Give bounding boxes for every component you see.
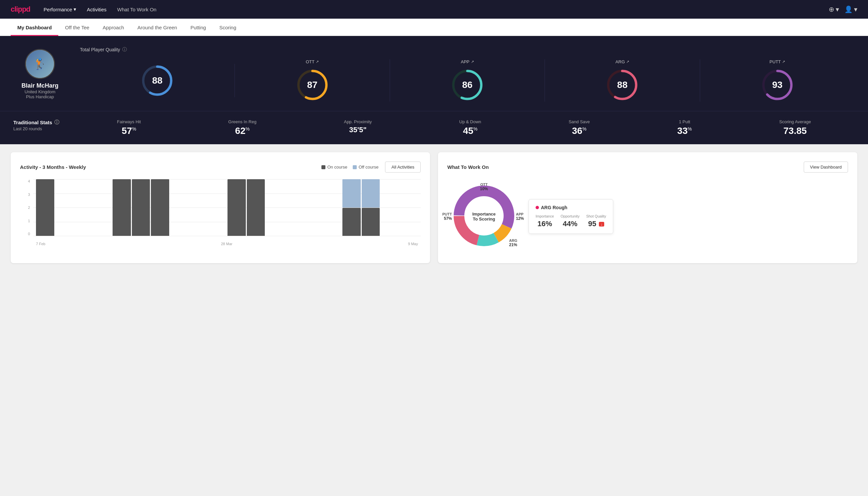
avatar: 🏌️ [25,49,55,79]
bar-on-course[interactable] [362,208,380,236]
nav-what-to-work-on[interactable]: What To Work On [117,7,157,12]
player-section: 🏌️ Blair McHarg United Kingdom Plus Hand… [13,49,67,99]
bar-group-3 [94,179,112,236]
what-card-inner: Importance To Scoring OTT 10% APP 12% AR… [447,179,848,254]
stat-scoring-average: Scoring Average 73.85 [779,119,811,136]
bar-group-6 [151,179,169,236]
metric-importance: Importance 16% [536,214,554,228]
bar-on-course[interactable] [227,179,246,236]
bar-empty [381,235,399,236]
view-dashboard-button[interactable]: View Dashboard [804,161,848,173]
stat-app-proximity: App. Proximity 35'5" [344,119,372,136]
plus-circle-icon: ⊕ [829,5,834,13]
tab-off-the-tee[interactable]: Off the Tee [58,19,96,36]
arg-arrow-icon: ↗ [626,60,629,64]
app-label: APP 12% [516,212,524,221]
bar-group-11 [247,179,265,236]
bottom-section: Activity - 3 Months - Weekly On course O… [0,144,868,271]
bar-empty [208,235,227,236]
bar-group-18 [381,179,399,236]
hero-section: 🏌️ Blair McHarg United Kingdom Plus Hand… [0,36,868,111]
bar-group-9 [208,179,227,236]
gauge-ott-value: 87 [307,80,317,90]
add-button[interactable]: ⊕ ▾ [829,5,839,13]
stat-greens-in-reg: Greens In Reg 62% [228,119,256,136]
bar-on-course[interactable] [36,179,54,236]
bar-empty [189,235,207,236]
bar-empty [170,235,189,236]
user-icon: 👤 [845,5,853,13]
bar-group-10 [227,179,246,236]
highlight-card: ARG Rough Importance 16% Opportunity 44%… [528,199,613,234]
ott-tag: OTT ↗ [306,59,319,64]
bar-on-course[interactable] [151,179,169,236]
bar-off-course[interactable] [362,179,380,207]
what-card-title: What To Work On [447,164,489,170]
stat-up-down: Up & Down 45% [459,119,481,136]
putt-arrow-icon: ↗ [782,60,785,64]
info-icon[interactable]: ⓘ [122,47,127,52]
what-card-header: What To Work On View Dashboard [447,161,848,173]
tab-putting[interactable]: Putting [184,19,213,36]
user-chevron-icon: ▾ [854,5,857,13]
bar-on-course[interactable] [247,179,265,236]
chart-xlabels: 7 Feb 28 Mar 9 May [33,242,421,246]
gauge-app-value: 86 [462,80,472,90]
legend-off-course: Off course [353,165,379,170]
gauge-total-value: 88 [152,75,162,86]
chart-ylabels: 4 3 2 1 0 [20,179,32,236]
bar-on-course[interactable] [113,179,131,236]
gauge-total: 88 [141,64,174,97]
nav-activities[interactable]: Activities [87,7,107,12]
player-country: United Kingdom [25,89,56,94]
tab-scoring[interactable]: Scoring [212,19,243,36]
bar-empty [400,235,419,236]
quality-putt: PUTT ↗ 93 [700,59,855,102]
stat-label-section: Traditional Stats ⓘ Last 20 rounds [13,119,73,131]
stats-subtitle: Last 20 rounds [13,126,73,131]
shot-quality-badge: ↓ [599,222,604,227]
stats-title: Traditional Stats ⓘ [13,119,73,126]
quality-total: 88 [80,64,235,97]
user-menu[interactable]: 👤 ▾ [845,5,857,13]
quality-circles: 88 OTT ↗ 87 [80,59,855,102]
nav-left: clippd Performance ▾ Activities What To … [11,5,157,14]
app-logo[interactable]: clippd [11,5,30,14]
stats-info-icon[interactable]: ⓘ [54,119,59,126]
off-course-dot [353,165,357,169]
bar-group-12 [266,179,284,236]
donut-chart-wrap: Importance To Scoring OTT 10% APP 12% AR… [447,179,521,254]
all-activities-button[interactable]: All Activities [385,161,421,173]
tab-my-dashboard[interactable]: My Dashboard [11,19,58,36]
quality-app: APP ↗ 86 [390,59,545,102]
metric-shot-quality: Shot Quality 95 ↓ [586,214,606,228]
bar-group-4 [113,179,131,236]
stat-sand-save: Sand Save 36% [569,119,590,136]
hero-inner: 🏌️ Blair McHarg United Kingdom Plus Hand… [13,47,855,102]
bar-group-17 [362,179,380,236]
quality-ott: OTT ↗ 87 [235,59,390,102]
info-metrics: Importance 16% Opportunity 44% Shot Qual… [536,214,606,228]
bar-on-course[interactable] [343,208,361,236]
gauge-arg: 88 [605,68,639,102]
bar-empty [55,235,74,236]
highlight-title: ARG Rough [536,205,606,210]
tab-around-the-green[interactable]: Around the Green [130,19,184,36]
nav-links: Performance ▾ Activities What To Work On [44,6,157,12]
tab-approach[interactable]: Approach [96,19,130,36]
bar-group-13 [285,179,303,236]
bar-on-course[interactable] [132,179,150,236]
bar-off-course[interactable] [343,179,361,207]
stats-bar: Traditional Stats ⓘ Last 20 rounds Fairw… [0,111,868,144]
metric-opportunity: Opportunity 44% [561,214,580,228]
on-course-dot [321,165,326,169]
bar-group-7 [170,179,189,236]
nav-performance[interactable]: Performance ▾ [44,6,76,12]
chevron-icon: ▾ [836,5,839,13]
app-arrow-icon: ↗ [471,60,474,64]
bar-empty [285,235,303,236]
bar-empty [266,235,284,236]
arg-tag: ARG ↗ [616,59,629,64]
tabs-bar: My Dashboard Off the Tee Approach Around… [0,19,868,36]
bar-group-16 [343,179,361,236]
